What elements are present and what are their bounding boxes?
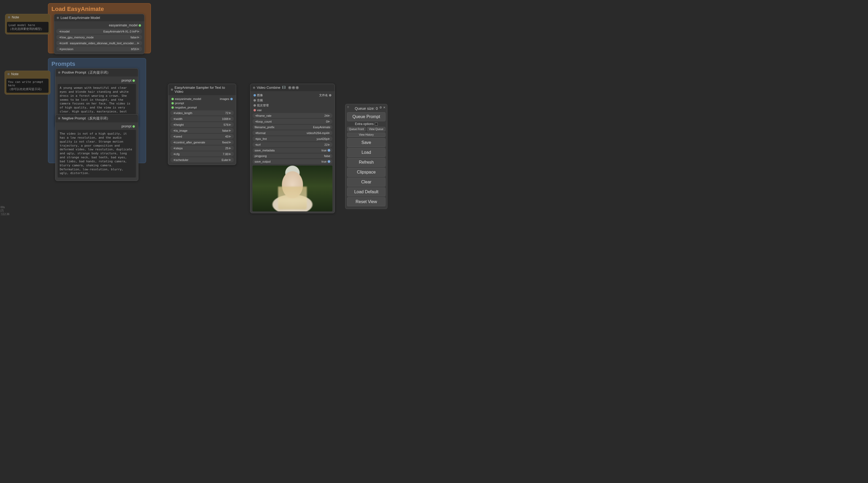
node-title: Video Combine	[257, 86, 280, 90]
note-text[interactable]: You can write prompt here （你可以在此填写提示词）	[6, 78, 49, 93]
field-cfg[interactable]: ◀cfg7.00▶	[170, 152, 234, 157]
save-button[interactable]: Save	[347, 138, 385, 147]
field-save-output[interactable]: save_outputtrue	[252, 159, 333, 164]
vhs-badges: V H S	[288, 86, 299, 89]
view-queue-button[interactable]: View Queue	[367, 127, 385, 131]
chevron-left-icon[interactable]: ◀	[58, 30, 62, 33]
input-port[interactable]	[253, 109, 256, 111]
group-title: Load EasyAnimate	[49, 4, 150, 13]
clipspace-button[interactable]: Clipspace	[347, 168, 385, 177]
clear-button[interactable]: Clear	[347, 178, 385, 187]
field-loop-count[interactable]: ◀loop_count0▶	[252, 119, 333, 124]
view-history-button[interactable]: View History	[347, 132, 385, 137]
group-title: Prompts	[49, 59, 145, 68]
close-icon[interactable]: ✕	[383, 106, 385, 109]
input-port[interactable]	[253, 99, 256, 102]
output-label: easyanimate_model	[109, 24, 137, 27]
canvas[interactable]: Load EasyAnimate Prompts Note Load model…	[0, 0, 389, 217]
vhs-icon: 🎞	[282, 86, 285, 90]
field-height[interactable]: ◀height576▶	[170, 122, 234, 127]
note-node-load-model[interactable]: Note Load model here （在此选择要使用的模型）	[5, 14, 51, 34]
field-steps[interactable]: ◀steps25▶	[170, 146, 234, 151]
input-port[interactable]	[172, 102, 174, 104]
field-is-image[interactable]: ◀is_imagefalse▶	[170, 128, 234, 133]
field-crf[interactable]: ◀crf22▶	[252, 142, 333, 147]
drag-handle-icon[interactable]: ⠿	[347, 106, 349, 109]
toggle-icon	[328, 149, 330, 152]
field-precision[interactable]: ◀precision bf16▶	[56, 46, 142, 52]
field-model[interactable]: ◀ model EasyAnimateV4-XL-2-InP ▶	[56, 29, 142, 34]
prompt-textarea[interactable]: The video is not of a high quality, it h…	[58, 130, 136, 178]
input-port[interactable]	[253, 94, 256, 96]
node-header[interactable]: Load EasyAnimate Model	[54, 14, 144, 21]
video-preview[interactable]	[252, 165, 333, 212]
field-filename-prefix[interactable]: filename_prefixEasyAnimate	[252, 125, 333, 130]
node-title: Negtive Prompt（反向提示词）	[62, 116, 110, 121]
field-video-length[interactable]: ◀video_length72▶	[170, 110, 234, 116]
field-low-gpu-memory-mode[interactable]: ◀low_gpu_memory_mode false▶	[56, 35, 142, 40]
status-text: 00s [7] :112.36	[1, 205, 9, 216]
note-text[interactable]: Load model here （在此选择要使用的模型）	[7, 22, 49, 33]
output-port[interactable]	[138, 24, 141, 27]
field-frame-rate[interactable]: ◀frame_rate24▶	[252, 113, 333, 118]
field-seed[interactable]: ◀seed43▶	[170, 134, 234, 139]
refresh-button[interactable]: Refresh	[347, 158, 385, 167]
field-control-after-generate[interactable]: ◀control_after_generatefixed▶	[170, 140, 234, 145]
reset-view-button[interactable]: Reset View	[347, 197, 385, 206]
queue-front-button[interactable]: Queue Front	[347, 127, 366, 131]
note-title: Note	[11, 72, 19, 76]
input-port[interactable]	[253, 104, 256, 107]
node-load-easyanimate-model[interactable]: Load EasyAnimate Model easyanimate_model…	[54, 14, 145, 54]
toggle-icon	[328, 160, 330, 163]
field-pix-fmt[interactable]: ◀pix_fmtyuv420p▶	[252, 136, 333, 141]
field-format[interactable]: ◀formatvideo/h264-mp4▶	[252, 130, 333, 135]
node-negative-prompt[interactable]: Negtive Prompt（反向提示词） prompt The video i…	[55, 114, 138, 181]
queue-prompt-button[interactable]: Queue Prompt	[347, 112, 385, 121]
node-video-combine[interactable]: Video Combine 🎞 V H S 图像 文件名 音频 批次管理 vae…	[250, 84, 335, 213]
note-title: Note	[12, 15, 19, 19]
chevron-right-icon[interactable]: ▶	[137, 30, 140, 33]
field-config[interactable]: ◀confi easyanimate_video_slicevae_multi_…	[56, 40, 142, 45]
node-easyanimate-sampler[interactable]: EasyAnimate Sampler for Text to Video ea…	[168, 84, 236, 165]
field-width[interactable]: ◀width1008▶	[170, 116, 234, 121]
node-title: EasyAnimate Sampler for Text to Video	[175, 86, 233, 94]
field-save-metadata[interactable]: save_metadatatrue	[252, 148, 333, 153]
output-port[interactable]	[230, 98, 233, 100]
node-title: Load EasyAnimate Model	[61, 16, 100, 20]
load-default-button[interactable]: Load Default	[347, 187, 385, 196]
extra-options-label: Extra options	[355, 122, 373, 126]
output-port[interactable]	[132, 125, 135, 128]
extra-options-checkbox[interactable]	[375, 123, 378, 126]
field-scheduler[interactable]: ◀schedulerEuler▶	[170, 157, 234, 162]
field-pingpong[interactable]: pingpongfalse	[252, 154, 333, 158]
control-panel[interactable]: ⠿ ⚙ ✕ Queue size: 0 Queue Prompt Extra o…	[345, 104, 388, 209]
note-node-prompt[interactable]: Note You can write prompt here （你可以在此填写提…	[4, 71, 51, 95]
load-button[interactable]: Load	[347, 148, 385, 157]
output-port[interactable]	[132, 79, 135, 82]
node-title: Positive Prompt（正向提示词）	[62, 70, 111, 75]
input-port[interactable]	[172, 106, 174, 109]
output-port[interactable]	[329, 94, 331, 96]
input-port[interactable]	[172, 98, 174, 100]
gear-icon[interactable]: ⚙	[379, 106, 382, 109]
